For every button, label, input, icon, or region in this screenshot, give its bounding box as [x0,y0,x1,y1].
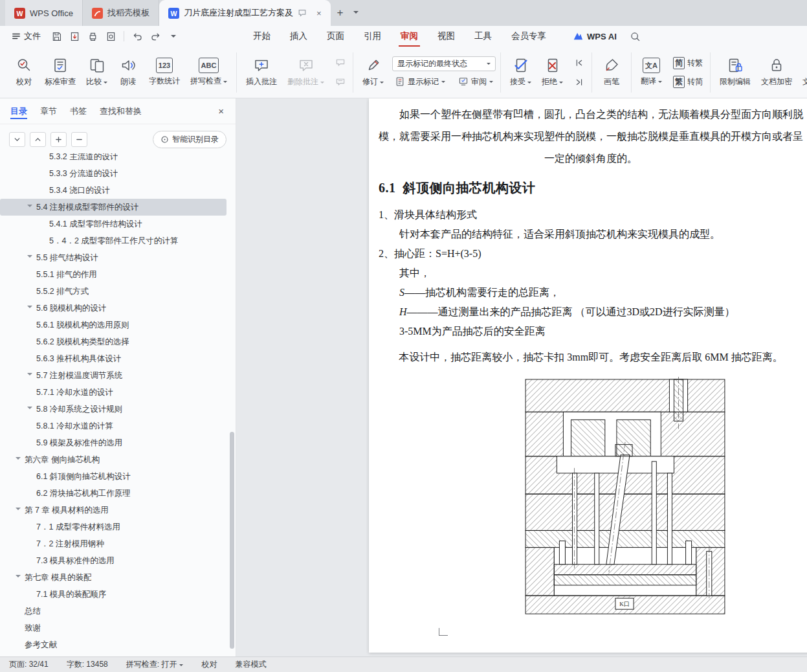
previous-revision-button[interactable] [571,55,587,71]
ribbon-tab[interactable]: 页面 [317,26,354,47]
toc-item[interactable]: 6.2 滑块抽芯机构工作原理 [0,485,227,502]
document-page[interactable]: 如果一个塑件在侧壁带有凹槽，圆孔，凸台之类的结构，无法顺着模具分型面方向顺利脱模… [369,98,807,653]
markup-state-dropdown[interactable]: 显示标记的最终状态 [392,56,496,71]
expand-all-button[interactable] [30,132,46,147]
pane-tab[interactable]: 书签 [70,98,87,124]
toc-item[interactable]: 致谢 [0,620,227,636]
ribbon-tab[interactable]: 引用 [354,26,391,47]
tab-wps-home[interactable]: W WPS Office [5,0,83,26]
export-pdf-button[interactable] [67,28,82,44]
file-menu-button[interactable]: 文件 [6,28,46,45]
toc-item[interactable]: 5.3.3 分流道的设计 [0,165,227,182]
pane-close-button[interactable]: × [214,104,228,118]
word-count-button[interactable]: 123 字数统计 [144,54,184,90]
ribbon-tab[interactable]: 审阅 [391,26,428,47]
undo-button[interactable] [129,28,145,44]
toc-expand-icon[interactable] [27,304,36,313]
toc-item[interactable]: 5.7 注射模温度调节系统 [0,367,227,384]
translate-button[interactable]: 文A 翻译 [636,54,667,90]
reject-revision-button[interactable]: 拒绝 [537,54,568,91]
toc-expand-icon[interactable] [27,405,36,414]
delete-comment-button[interactable]: 删除批注 [283,54,329,91]
spellcheck-indicator[interactable]: 拼写检查: 打开 [126,659,184,670]
toc-item[interactable]: 5.6 脱模机构的设计 [0,300,227,317]
accept-revision-button[interactable]: 接受 [505,54,536,91]
zoom-in-button[interactable] [50,132,67,147]
toc-item[interactable]: 第 7 章 模具材料的选用 [0,502,227,519]
ribbon-tab[interactable]: 插入 [280,26,317,47]
undo-history-button[interactable] [166,28,181,44]
pane-tab[interactable]: 查找和替换 [100,98,142,124]
proofread-indicator[interactable]: 校对 [201,659,217,670]
paint-pen-button[interactable]: 画笔 [597,54,626,91]
smart-toc-button[interactable]: 智能识别目录 [153,131,227,148]
next-comment-button[interactable] [333,74,348,90]
tab-docer[interactable]: 找稻壳模板 [83,0,159,26]
toc-item[interactable]: 第六章 侧向抽芯机构 [0,451,227,468]
toc-item[interactable]: 5．4．2 成型零部件工作尺寸的计算 [0,232,227,249]
spell-check-button[interactable]: ABC 拼写检查 [186,54,232,90]
toc-item[interactable]: 第七章 模具的装配 [0,569,227,586]
word-count-indicator[interactable]: 字数: 13458 [67,659,108,670]
tab-list-button[interactable] [349,8,362,18]
to-simplified-button[interactable]: 繁 转简 [670,74,705,89]
toc-item[interactable]: 7.1 模具的装配顺序 [0,586,227,603]
wps-ai-button[interactable]: WPS AI [573,31,617,41]
toc-expand-icon[interactable] [16,573,25,582]
new-tab-button[interactable]: + [331,6,350,19]
print-button[interactable] [85,28,100,44]
zoom-out-button[interactable] [71,132,87,147]
read-aloud-button[interactable]: 朗读 [113,54,143,91]
document-area[interactable]: 如果一个塑件在侧壁带有凹槽，圆孔，凸台之类的结构，无法顺着模具分型面方向顺利脱模… [236,98,807,656]
toc-item[interactable]: 总结 [0,603,227,620]
ribbon-tab[interactable]: 会员专享 [502,26,556,47]
toc-item[interactable]: 6.1 斜顶侧向抽芯机构设计 [0,468,227,485]
track-changes-button[interactable]: 修订 [358,54,388,91]
toc-item[interactable]: 5.9 模架及标准件的选用 [0,434,227,451]
toc-item[interactable]: 参考文献 [0,636,227,653]
restrict-editing-button[interactable]: 限制编辑 [715,54,755,91]
search-button[interactable] [627,28,644,45]
toc-item[interactable]: 7．2 注射模用钢种 [0,535,227,552]
toc-item[interactable]: 5.4 注射模成型零部件的设计 [0,199,227,216]
toc-expand-icon[interactable] [16,455,25,464]
document-locate-button[interactable]: 文档定 [798,54,807,91]
toc-item[interactable]: 5.8 冷却系统之设计规则 [0,401,227,418]
toc-item[interactable]: 5.7.1 冷却水道的设计 [0,384,227,401]
toc-item[interactable]: 5.5.2 排气方式 [0,283,227,300]
compare-button[interactable]: 比较 [82,54,112,91]
redo-button[interactable] [148,28,163,44]
sidebar-scrollbar[interactable] [230,126,234,654]
toc-expand-icon[interactable] [16,506,25,515]
encrypt-document-button[interactable]: 文档加密 [757,54,797,91]
toc-item[interactable]: 5.5 排气结构设计 [0,249,227,266]
scrollbar-thumb[interactable] [230,432,234,649]
toc-item[interactable]: 5.6.3 推杆机构具体设计 [0,350,227,367]
collapse-all-button[interactable] [9,132,25,147]
toc-item[interactable]: 5.6.2 脱模机构类型的选择 [0,333,227,350]
toc-expand-icon[interactable] [27,203,36,212]
toc-expand-icon[interactable] [27,371,36,380]
show-markup-button[interactable]: 显示标记 [392,75,448,89]
pane-tab[interactable]: 章节 [40,98,57,124]
toc-item[interactable]: 5.3.2 主流道的设计 [0,153,227,165]
save-button[interactable] [49,28,64,44]
print-preview-button[interactable] [103,28,118,44]
standard-review-button[interactable]: 标准审查 [40,54,80,91]
review-menu-button[interactable]: 审阅 [456,75,496,89]
toc-item[interactable]: 7．1 成型零件材料选用 [0,519,227,535]
insert-comment-button[interactable]: 插入批注 [241,54,282,91]
toc-item[interactable]: 7.3 模具标准件的选用 [0,552,227,569]
pane-tab[interactable]: 目录 [10,98,27,124]
page-indicator[interactable]: 页面: 32/41 [9,659,49,670]
next-revision-button[interactable] [571,74,587,90]
toc-expand-icon[interactable] [27,253,36,262]
tab-document[interactable]: W 刀片底座注射成型工艺方案及 × [159,0,331,26]
prev-comment-button[interactable] [333,55,348,71]
tab-close-button[interactable]: × [316,9,322,17]
toc-item[interactable]: 5.4.1 成型零部件结构设计 [0,216,227,232]
ribbon-tab[interactable]: 开始 [243,26,280,47]
ribbon-tab[interactable]: 视图 [428,26,465,47]
ribbon-tab[interactable]: 工具 [465,26,502,47]
proofread-button[interactable]: 校对 [9,54,39,91]
